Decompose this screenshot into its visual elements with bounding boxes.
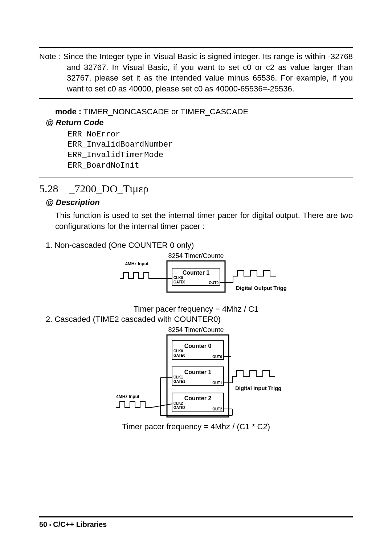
footer-label: C/C++ Libraries (53, 520, 107, 528)
item1-caption: Timer pacer frequency = 4Mhz / C1 (39, 304, 353, 314)
diagram1-output-label: Digital Output Trigg (236, 285, 287, 291)
diagram2-output-label: Digital Input Trigg (235, 385, 282, 391)
page-footer: 50 • C/C++ Libraries (39, 513, 353, 529)
footer-dot: • (49, 522, 51, 528)
note-text: Note : Since the Integer type in Visual … (39, 51, 353, 94)
footer-rule (39, 516, 353, 517)
diagram1-out: OUT0 (209, 281, 219, 285)
note-bottom-rule (39, 98, 353, 99)
svg-text:Counter 0: Counter 0 (184, 343, 212, 349)
document-page: Note : Since the Integer type in Visual … (0, 0, 392, 557)
diagram1-title: 8254 Timer/Counte (168, 252, 224, 259)
diagram2-input-label: 4MHz Input (116, 394, 139, 399)
return-code-heading: @ Return Code (46, 118, 353, 127)
item2-label: 2. Cascaded (TIME2 cascaded with COUNTER… (46, 315, 353, 324)
description-text: This function is used to set the interna… (55, 210, 353, 232)
svg-text:Counter 2: Counter 2 (184, 395, 212, 401)
diagram-cascaded: 8254 Timer/Counte Counter 0 CLK0 GATE0 O… (39, 326, 353, 421)
svg-text:GATE0: GATE0 (173, 353, 185, 357)
mode-label: mode : (55, 107, 81, 116)
svg-text:OUT1: OUT1 (212, 381, 222, 385)
svg-text:Counter 1: Counter 1 (184, 369, 212, 375)
svg-line-21 (151, 404, 172, 407)
svg-text:OUT0: OUT0 (212, 355, 222, 359)
description-heading: @ Description (46, 198, 353, 207)
note-block: Note : Since the Integer type in Visual … (39, 48, 353, 98)
mode-value: TIMER_NONCASCADE or TIMER_CASCADE (83, 107, 248, 116)
mode-line: mode : TIMER_NONCASCADE or TIMER_CASCADE (39, 107, 353, 116)
section-number: 5.28 (39, 183, 58, 194)
svg-text:CLK0: CLK0 (173, 349, 183, 353)
diagram2-title: 8254 Timer/Counte (168, 326, 224, 333)
section-top-rule (39, 177, 353, 177)
diagram1-gate: GATE0 (173, 280, 185, 284)
svg-text:OUT2: OUT2 (212, 407, 222, 411)
item2-caption: Timer pacer frequency = 4Mhz / (C1 * C2) (39, 422, 353, 431)
diagram-noncascaded: 8254 Timer/Counte Counter 1 CLK0 GATE0 O… (39, 252, 353, 303)
section-heading: 5.28 _7200_DO_Tιμερ (39, 183, 353, 195)
diagram1-clk: CLK0 (173, 276, 183, 280)
diagram1-counter: Counter 1 (183, 270, 210, 276)
return-code-list: ERR_NoError ERR_InvalidBoardNumber ERR_I… (68, 130, 353, 171)
svg-text:CLK1: CLK1 (173, 375, 183, 379)
diagram1-input-label: 4MHz Input (125, 261, 148, 266)
footer-page-number: 50 (39, 520, 47, 528)
svg-text:CLK2: CLK2 (173, 401, 183, 405)
section-title-text: _7200_DO_Tιμερ (69, 183, 148, 194)
item1-label: 1. Non-cascaded (One COUNTER 0 only) (46, 241, 353, 250)
svg-text:GATE2: GATE2 (173, 406, 185, 410)
svg-text:GATE1: GATE1 (173, 380, 185, 384)
